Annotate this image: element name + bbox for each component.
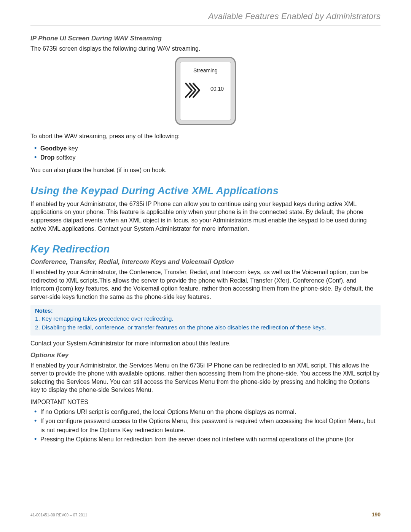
drop-bold: Drop	[40, 154, 54, 161]
phone-device: Streaming 00:10	[175, 57, 236, 125]
section-wav-title: IP Phone UI Screen During WAV Streaming	[30, 35, 381, 42]
goodbye-bold: Goodbye	[40, 145, 67, 152]
section-keypad-title: Using the Keypad During Active XML Appli…	[30, 185, 381, 197]
conf-para: If enabled by your Administrator, the Co…	[30, 268, 381, 301]
phone-screen: Streaming 00:10	[180, 62, 231, 120]
subsection-conf-title: Conference, Transfer, Redial, Intercom K…	[30, 258, 381, 266]
page: Available Features Enabled by Administra…	[0, 0, 411, 532]
handset-text: You can also place the handset (if in us…	[30, 166, 381, 174]
subsection-options-title: Options Key	[30, 351, 381, 359]
note-item: 2. Disabling the redial, conference, or …	[35, 323, 376, 332]
notes-label: Notes:	[35, 307, 376, 314]
running-header: Available Features Enabled by Administra…	[30, 11, 381, 26]
footer-docid: 41-001451-00 REV00 – 07.2011	[30, 513, 88, 517]
list-item: Drop softkey	[40, 153, 381, 162]
list-item: Goodbye key	[40, 144, 381, 153]
important-notes-label: IMPORTANT NOTES	[30, 398, 381, 406]
options-para: If enabled by your Administrator, the Se…	[30, 361, 381, 394]
footer-page-number: 190	[372, 511, 381, 518]
drop-rest: softkey	[54, 154, 75, 161]
phone-illustration: Streaming 00:10	[30, 57, 381, 125]
phone-streaming-label: Streaming	[180, 62, 231, 73]
keypad-para: If enabled by your Administrator, the 67…	[30, 200, 381, 233]
list-item: Pressing the Options Menu for redirectio…	[40, 435, 381, 444]
notes-box: Notes: 1. Key remapping takes precedence…	[30, 305, 381, 335]
list-item: If no Options URI script is configured, …	[40, 407, 381, 417]
goodbye-rest: key	[67, 145, 78, 152]
list-item: If you configure password access to the …	[40, 417, 381, 435]
wav-intro: The 6735i screen displays the following …	[30, 45, 381, 53]
section-keyredir-title: Key Redirection	[30, 243, 381, 255]
phone-time-label: 00:10	[210, 86, 224, 92]
chevrons-icon	[184, 82, 201, 100]
important-list: If no Options URI script is configured, …	[30, 407, 381, 444]
abort-list: Goodbye key Drop softkey	[30, 144, 381, 162]
page-footer: 41-001451-00 REV00 – 07.2011 190	[30, 511, 381, 518]
note-item: 1. Key remapping takes precedence over r…	[35, 315, 376, 323]
abort-text: To abort the WAV streaming, press any of…	[30, 132, 381, 141]
contact-text: Contact your System Administrator for mo…	[30, 339, 381, 348]
